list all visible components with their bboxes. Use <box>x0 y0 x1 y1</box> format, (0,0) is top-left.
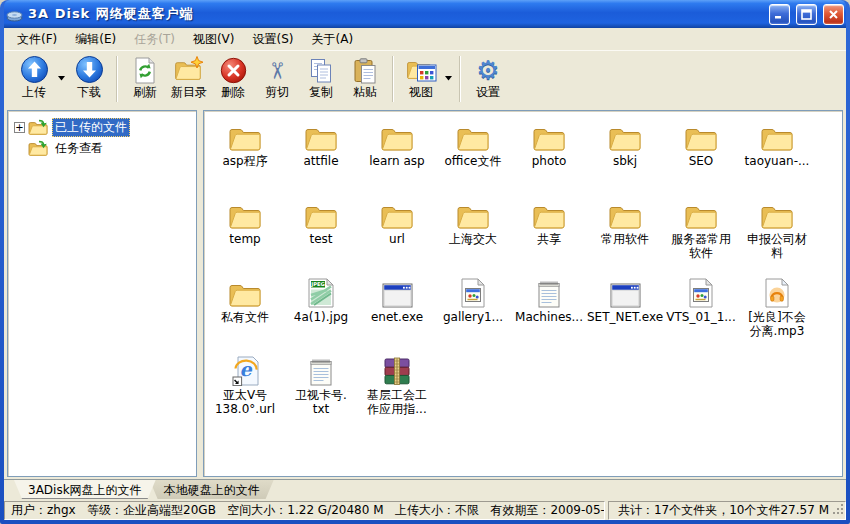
toolbar-button-upload[interactable]: 上传 <box>12 54 56 104</box>
toolbar-button-copy[interactable]: 复制 <box>299 54 343 104</box>
file-item[interactable]: photo <box>511 117 587 195</box>
file-label: 申报公司材 料 <box>747 232 807 260</box>
status-summary: 共计：17个文件夹，10个文件27.57 M <box>608 501 846 520</box>
file-item[interactable]: SET_NET.exe <box>587 273 663 351</box>
folder-icon <box>608 195 642 230</box>
file-label: [光良]不会 分离.mp3 <box>748 310 805 338</box>
toolbar-button-view[interactable]: 视图 <box>399 54 443 104</box>
file-item[interactable]: sbkj <box>587 117 663 195</box>
title-bar: 3A Disk 网络硬盘客户端 <box>4 0 846 28</box>
close-button[interactable] <box>823 4 844 25</box>
file-label: enet.exe <box>371 310 423 324</box>
toolbar-separator <box>459 56 461 102</box>
file-item[interactable]: SEO <box>663 117 739 195</box>
folder-icon <box>304 117 338 152</box>
file-label: 卫视卡号. txt <box>295 388 347 416</box>
upload-icon <box>20 56 49 84</box>
file-item[interactable]: gallery1... <box>435 273 511 351</box>
file-item[interactable]: [光良]不会 分离.mp3 <box>739 273 815 351</box>
file-label: sbkj <box>613 154 637 168</box>
file-item[interactable]: JPEG4a(1).jpg <box>283 273 359 351</box>
toolbar-button-refresh[interactable]: 刷新 <box>123 54 167 104</box>
file-label: temp <box>229 232 260 246</box>
menu-item-file[interactable]: 文件(F) <box>8 28 66 51</box>
file-label: SET_NET.exe <box>587 310 663 324</box>
toolbar-button-settings[interactable]: ⚙设置 <box>466 54 510 104</box>
file-label: attfile <box>303 154 338 168</box>
folder-icon <box>456 117 490 152</box>
file-item[interactable]: Machines... <box>511 273 587 351</box>
file-label: learn asp <box>369 154 424 168</box>
file-item[interactable]: attfile <box>283 117 359 195</box>
exe-icon <box>382 273 413 308</box>
main-content: +已上传的文件任务查看 asp程序attfilelearn aspoffice文… <box>4 108 846 479</box>
tab-remote[interactable]: 3ADisk网盘上的文件 <box>14 480 156 499</box>
file-item[interactable]: 服务器常用 软件 <box>663 195 739 273</box>
toolbar-button-new-folder[interactable]: 新目录 <box>167 54 211 104</box>
pageimg-icon <box>689 273 713 308</box>
delete-icon <box>220 56 247 84</box>
menu-item-settings[interactable]: 设置(S) <box>244 28 303 51</box>
dropdown-caret-view[interactable] <box>443 54 454 104</box>
file-item[interactable]: url <box>359 195 435 273</box>
folder-icon <box>684 195 718 230</box>
minimize-button[interactable] <box>769 4 790 25</box>
file-item[interactable]: e亚太V号 138.0°.url <box>207 351 283 429</box>
exe-icon <box>610 273 641 308</box>
notepad-icon <box>310 351 332 386</box>
file-label: office文件 <box>445 154 502 168</box>
file-item[interactable]: test <box>283 195 359 273</box>
file-item[interactable]: enet.exe <box>359 273 435 351</box>
toolbar-button-delete[interactable]: 删除 <box>211 54 255 104</box>
sidebar-item-label: 已上传的文件 <box>52 118 130 137</box>
toolbar-button-label: 新目录 <box>171 86 207 99</box>
expander-spacer <box>14 143 25 154</box>
file-item[interactable]: office文件 <box>435 117 511 195</box>
toolbar-button-label: 上传 <box>22 86 46 99</box>
toolbar-separator <box>116 56 118 102</box>
resize-grip[interactable] <box>832 503 844 518</box>
file-item[interactable]: 共享 <box>511 195 587 273</box>
file-item[interactable]: 常用软件 <box>587 195 663 273</box>
file-item[interactable]: 卫视卡号. txt <box>283 351 359 429</box>
maximize-button[interactable] <box>796 4 817 25</box>
expander-plus-icon[interactable]: + <box>14 122 25 133</box>
status-bar: 用户：zhgx 等级：企业高端型20GB 空间大小：1.22 G/20480 M… <box>4 499 846 520</box>
file-item[interactable]: 私有文件 <box>207 273 283 351</box>
file-item[interactable]: taoyuan-... <box>739 117 815 195</box>
file-item[interactable]: learn asp <box>359 117 435 195</box>
dropdown-caret-upload[interactable] <box>56 54 67 104</box>
file-item[interactable]: 申报公司材 料 <box>739 195 815 273</box>
status-account-info: 用户：zhgx 等级：企业高端型20GB 空间大小：1.22 G/20480 M… <box>4 501 605 520</box>
file-label: 亚太V号 138.0°.url <box>215 388 275 416</box>
menu-item-task: 任务(T) <box>125 28 184 51</box>
download-icon <box>75 56 104 84</box>
menu-item-view[interactable]: 视图(V) <box>184 28 244 51</box>
sidebar-item-uploaded-files[interactable]: +已上传的文件 <box>10 117 194 138</box>
paste-icon <box>353 56 377 84</box>
jpg-icon: JPEG <box>308 273 334 308</box>
toolbar-button-paste[interactable]: 粘贴 <box>343 54 387 104</box>
file-item[interactable]: 基层工会工 作应用指... <box>359 351 435 429</box>
file-label: asp程序 <box>222 154 267 168</box>
menu-item-about[interactable]: 关于(A) <box>302 28 362 51</box>
file-item[interactable]: VTS_01_1... <box>663 273 739 351</box>
folder-icon <box>228 195 262 230</box>
folder-arrow-icon <box>28 119 49 136</box>
file-item[interactable]: 上海交大 <box>435 195 511 273</box>
menu-item-edit[interactable]: 编辑(E) <box>66 28 125 51</box>
file-item[interactable]: temp <box>207 195 283 273</box>
file-label: 私有文件 <box>221 310 269 324</box>
file-grid: asp程序attfilelearn aspoffice文件photosbkjSE… <box>204 111 842 429</box>
file-item[interactable]: asp程序 <box>207 117 283 195</box>
scissors-icon: ✂ <box>267 56 286 84</box>
toolbar-button-label: 视图 <box>409 86 433 99</box>
tab-local[interactable]: 本地硬盘上的文件 <box>150 480 274 499</box>
toolbar: 上传下载刷新新目录删除✂剪切复制粘贴视图⚙设置 <box>4 50 846 108</box>
pageimg-icon <box>461 273 485 308</box>
toolbar-button-cut[interactable]: ✂剪切 <box>255 54 299 104</box>
toolbar-button-download[interactable]: 下载 <box>67 54 111 104</box>
folder-icon <box>532 195 566 230</box>
refresh-icon <box>133 56 157 84</box>
sidebar-item-task-view[interactable]: 任务查看 <box>10 138 194 159</box>
